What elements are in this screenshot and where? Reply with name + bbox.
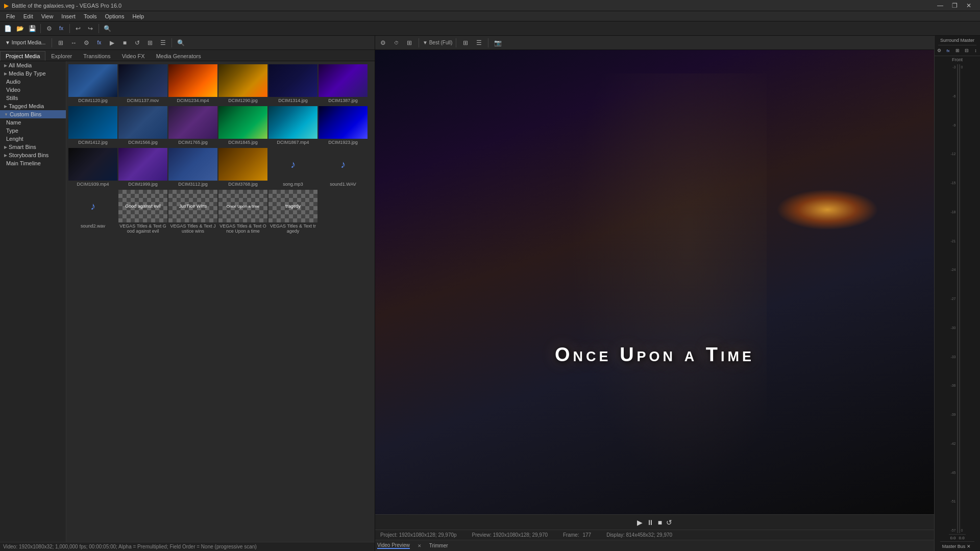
media-item[interactable]: DCIM1939.mp4 [68, 147, 117, 188]
trimmer-tab[interactable]: Trimmer [429, 543, 448, 548]
media-item-title1[interactable]: Good against evil VEGAS Titles & Text Go… [118, 189, 167, 235]
redo-btn[interactable]: ↪ [85, 23, 96, 34]
media-item[interactable]: ♪ sound1.WAV [318, 147, 368, 188]
media-item[interactable]: DCIM1765.jpg [168, 105, 217, 146]
master-bus-close[interactable]: ✕ [965, 543, 972, 550]
tree-label: All Media [9, 62, 32, 68]
media-item[interactable]: DCIM1923.jpg [318, 105, 368, 146]
menu-edit[interactable]: Edit [19, 12, 37, 20]
media-thumb [168, 64, 217, 97]
tree-tagged-media[interactable]: ▶ Tagged Media [0, 102, 66, 110]
new-btn[interactable]: 📄 [2, 23, 13, 34]
tree-lenght[interactable]: Lenght [0, 135, 66, 143]
tree-media-by-type[interactable]: ▶ Media By Type [0, 69, 66, 78]
lt-stop[interactable]: ■ [119, 37, 130, 48]
media-item[interactable]: DCIM1290.jpg [218, 63, 267, 104]
media-filename: VEGAS Titles & Text Justice wins [169, 223, 216, 234]
media-item[interactable]: DCIM1387.jpg [318, 63, 368, 104]
vu-fx-btn[interactable]: fx [944, 46, 952, 55]
tree-all-media[interactable]: ▶ All Media [0, 61, 66, 69]
close-button[interactable]: ✕ [962, 0, 976, 11]
preview-snap-btn[interactable]: 📷 [492, 37, 503, 48]
window-controls[interactable]: — ❐ ✕ [933, 0, 976, 11]
media-thumb [268, 106, 317, 139]
media-thumb [318, 106, 368, 139]
tab-transitions[interactable]: Transitions [78, 51, 116, 61]
lt-zoom[interactable]: 🔍 [175, 37, 186, 48]
fx-btn[interactable]: fx [56, 23, 67, 34]
media-item[interactable]: DCIM1314.jpg [268, 63, 317, 104]
lt-btn1[interactable]: ⊞ [55, 37, 66, 48]
media-thumb [68, 64, 117, 97]
media-item-title3[interactable]: Once Upon a time VEGAS Titles & Text Onc… [218, 189, 267, 235]
scale-15: -51 [945, 499, 956, 503]
tree-video[interactable]: Video [0, 86, 66, 94]
preview-loop-btn[interactable]: ↺ [666, 518, 672, 527]
media-item[interactable]: DCIM1120.jpg [68, 63, 117, 104]
preview-btn5[interactable]: ☰ [473, 37, 484, 48]
vu-grid2-btn[interactable]: ⊟ [963, 46, 971, 55]
menu-options[interactable]: Options [101, 12, 129, 20]
media-item[interactable]: ♪ sound2.wav [68, 189, 117, 235]
menu-insert[interactable]: Insert [57, 12, 80, 20]
preview-stop-btn[interactable]: ■ [658, 518, 662, 527]
tab-explorer[interactable]: Explorer [45, 51, 78, 61]
undo-btn[interactable]: ↩ [72, 23, 84, 34]
tree-storyboard-bins[interactable]: ▶ Storyboard Bins [0, 151, 66, 159]
tree-audio[interactable]: Audio [0, 78, 66, 86]
menu-view[interactable]: View [37, 12, 58, 20]
tree-label11: Smart Bins [9, 144, 36, 150]
media-filename: sound1.WAV [330, 182, 356, 187]
preview-btn4[interactable]: ⊞ [460, 37, 471, 48]
media-item[interactable]: DCIM1867.mp4 [268, 105, 317, 146]
preview-pause-btn[interactable]: ⏸ [647, 518, 654, 527]
import-media-btn[interactable]: ▼ Import Media... [2, 37, 48, 48]
media-item-title2[interactable]: JusTIce WIns VEGAS Titles & Text Justice… [168, 189, 217, 235]
tab-video-fx[interactable]: Video FX [116, 51, 151, 61]
settings-btn[interactable]: ⚙ [43, 23, 55, 34]
media-item[interactable]: DCIM3112.jpg [168, 147, 217, 188]
media-item[interactable]: DCIM1234.mp4 [168, 63, 217, 104]
lt-loop[interactable]: ↺ [132, 37, 143, 48]
tree-main-timeline[interactable]: Main Timeline [0, 159, 66, 167]
tab-project-media[interactable]: Project Media [0, 51, 45, 61]
preview-btn2[interactable]: ⏱ [390, 37, 402, 48]
video-preview-tab[interactable]: Video Preview [377, 542, 410, 549]
lt-fx[interactable]: fx [93, 37, 105, 48]
tree-custom-bins[interactable]: ▼ Custom Bins [0, 110, 66, 118]
media-item[interactable]: DCIM1412.jpg [68, 105, 117, 146]
lt-grid[interactable]: ⊞ [144, 37, 156, 48]
vu-grid1-btn[interactable]: ⊞ [953, 46, 962, 55]
minimize-button[interactable]: — [933, 0, 947, 11]
tree-name[interactable]: Name [0, 118, 66, 127]
zoom-btn[interactable]: 🔍 [102, 23, 113, 34]
media-item[interactable]: DCIM1845.jpg [218, 105, 267, 146]
open-btn[interactable]: 📂 [14, 23, 26, 34]
tree-stills[interactable]: Stills [0, 94, 66, 102]
preview-settings-btn[interactable]: ⚙ [377, 37, 388, 48]
tree-type[interactable]: Type [0, 127, 66, 135]
lt-btn2[interactable]: ↔ [68, 37, 79, 48]
menu-file[interactable]: File [2, 12, 19, 20]
vu-settings-btn[interactable]: ⚙ [935, 46, 943, 55]
media-item[interactable]: ♪ song.mp3 [268, 147, 317, 188]
lt-play[interactable]: ▶ [106, 37, 117, 48]
menu-help[interactable]: Help [128, 12, 148, 20]
tree-smart-bins[interactable]: ▶ Smart Bins [0, 143, 66, 151]
tab-media-gen[interactable]: Media Generators [151, 51, 207, 61]
vu-expand-btn[interactable]: ↕ [972, 46, 980, 55]
menu-tools[interactable]: Tools [80, 12, 101, 20]
media-item[interactable]: DCIM1137.mov [118, 63, 167, 104]
video-preview-close[interactable]: ✕ [414, 540, 425, 552]
save-btn[interactable]: 💾 [27, 23, 38, 34]
restore-button[interactable]: ❐ [947, 0, 962, 11]
preview-play-btn[interactable]: ▶ [637, 518, 643, 527]
lt-btn3[interactable]: ⚙ [81, 37, 92, 48]
media-item[interactable]: DCIM1566.jpg [118, 105, 167, 146]
lt-list[interactable]: ☰ [157, 37, 168, 48]
media-item[interactable]: DCIM1999.jpg [118, 147, 167, 188]
media-item-title4[interactable]: tragedy VEGAS Titles & Text tragedy [268, 189, 317, 235]
preview-btn3[interactable]: ⊞ [404, 37, 415, 48]
media-item[interactable]: DCIM3768.jpg [218, 147, 267, 188]
vu-controls-row: ⚙ fx ⊞ ⊟ ↕ [933, 45, 981, 56]
